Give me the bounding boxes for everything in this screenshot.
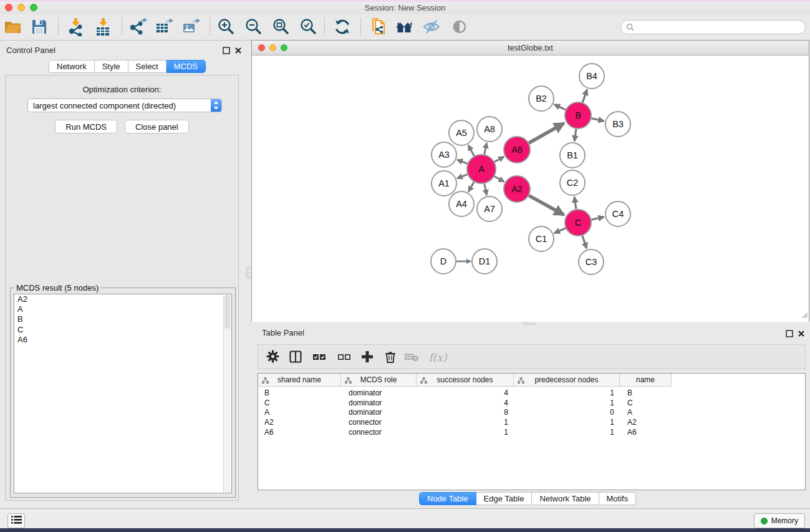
table-cell[interactable]: 1: [514, 399, 620, 409]
table-cell[interactable]: dominator: [341, 399, 417, 409]
tab-select[interactable]: Select: [128, 60, 166, 73]
graph-node-C[interactable]: C: [565, 210, 591, 236]
graph-edge-A2-C[interactable]: [529, 196, 564, 215]
result-scrollbar[interactable]: [223, 295, 231, 492]
result-scrollbar-thumb[interactable]: [224, 295, 230, 329]
criterion-dropdown[interactable]: largest connected component (directed): [27, 99, 222, 112]
column-header-successor-nodes[interactable]: successor nodes: [417, 374, 514, 387]
float-table-panel-icon[interactable]: [786, 329, 793, 336]
graph-edge-A-A8[interactable]: [485, 143, 487, 154]
graph-node-B[interactable]: B: [565, 102, 591, 128]
graph-node-A4[interactable]: A4: [449, 191, 474, 216]
graph-node-B2[interactable]: B2: [529, 86, 554, 111]
table-settings-button[interactable]: [264, 349, 281, 366]
open-file-button[interactable]: [2, 16, 24, 39]
close-table-panel-icon[interactable]: [798, 329, 805, 336]
table-cell[interactable]: A6: [258, 428, 341, 438]
zoom-selected-button[interactable]: [297, 16, 319, 39]
delete-table-button[interactable]: [403, 349, 420, 366]
graph-edge-C-C4[interactable]: [591, 217, 604, 220]
new-network-from-selection-button[interactable]: [367, 16, 390, 39]
table-cell[interactable]: A6: [620, 428, 672, 438]
graph-node-A1[interactable]: A1: [432, 171, 456, 196]
graph-edge-A-A4[interactable]: [468, 182, 474, 191]
graph-node-D1[interactable]: D1: [472, 249, 497, 274]
delete-row-button[interactable]: [382, 349, 399, 366]
table-cell[interactable]: C: [258, 399, 341, 409]
select-all-button[interactable]: [311, 349, 328, 366]
graph-edge-B-B3[interactable]: [591, 118, 604, 121]
import-network-button[interactable]: [64, 16, 87, 39]
memory-button[interactable]: Memory: [754, 513, 805, 528]
table-cell[interactable]: 1: [417, 428, 514, 438]
graph-node-C3[interactable]: C3: [579, 249, 604, 274]
graph-edge-A-A5[interactable]: [468, 145, 474, 156]
run-mcds-button[interactable]: Run MCDS: [55, 120, 117, 133]
show-all-button[interactable]: [448, 16, 471, 39]
deselect-all-button[interactable]: [335, 349, 353, 366]
graph-edge-C-C1[interactable]: [554, 228, 566, 233]
export-table-button[interactable]: [153, 16, 175, 39]
table-cell[interactable]: 1: [417, 418, 514, 428]
graph-edge-B-B2[interactable]: [554, 105, 566, 110]
table-cell[interactable]: 0: [514, 408, 620, 418]
tab-edge-table[interactable]: Edge Table: [476, 492, 533, 505]
tab-network-table[interactable]: Network Table: [532, 492, 599, 505]
table-cell[interactable]: 8: [417, 408, 514, 418]
graph-node-B4[interactable]: B4: [579, 64, 604, 89]
export-image-button[interactable]: [180, 16, 202, 39]
table-cell[interactable]: 4: [417, 389, 514, 399]
mcds-result-item[interactable]: A2: [14, 294, 231, 304]
table-cell[interactable]: A: [620, 408, 672, 418]
table-cell[interactable]: A: [258, 408, 341, 418]
graph-node-C1[interactable]: C1: [529, 226, 554, 251]
table-cell[interactable]: connector: [341, 418, 417, 428]
save-session-button[interactable]: [28, 16, 51, 39]
table-cell[interactable]: 1: [514, 389, 620, 399]
node-table[interactable]: shared nameMCDS rolesuccessor nodesprede…: [258, 373, 806, 490]
table-cell[interactable]: A2: [258, 418, 341, 428]
graph-node-A5[interactable]: A5: [449, 120, 474, 145]
table-cell[interactable]: A2: [620, 418, 672, 428]
graph-node-C4[interactable]: C4: [605, 201, 630, 226]
zoom-in-button[interactable]: [215, 16, 237, 39]
table-cell[interactable]: connector: [341, 428, 417, 438]
graph-edge-C-C3[interactable]: [582, 236, 587, 248]
table-cell[interactable]: B: [620, 389, 672, 399]
table-cell[interactable]: B: [258, 389, 341, 399]
resize-grip-icon[interactable]: [801, 310, 808, 321]
graph-edge-B-B4[interactable]: [582, 90, 587, 103]
tab-motifs[interactable]: Motifs: [599, 492, 637, 505]
graph-node-A3[interactable]: A3: [432, 142, 456, 167]
column-header-MCDS-role[interactable]: MCDS role: [341, 374, 417, 387]
mcds-result-item[interactable]: B: [14, 314, 231, 324]
zoom-fit-button[interactable]: [269, 16, 292, 39]
tab-style[interactable]: Style: [95, 60, 128, 73]
function-builder-button[interactable]: f(x): [425, 349, 450, 366]
graph-node-A6[interactable]: A6: [504, 137, 530, 163]
network-canvas[interactable]: B4B2BB3A5A8A6A3B1AA1C2A2A4A7C4CC1C3DD1: [252, 56, 809, 322]
mcds-result-list[interactable]: A2ABCA6: [14, 294, 232, 493]
graph-edge-A6-B[interactable]: [529, 123, 564, 143]
mcds-result-item[interactable]: C: [14, 325, 231, 335]
close-panel-icon[interactable]: [234, 46, 242, 53]
graph-node-A2[interactable]: A2: [504, 176, 530, 202]
show-panel-list-button[interactable]: [7, 513, 25, 528]
table-cell[interactable]: dominator: [341, 389, 417, 399]
network-graph[interactable]: B4B2BB3A5A8A6A3B1AA1C2A2A4A7C4CC1C3DD1: [252, 56, 809, 322]
column-header-name[interactable]: name: [620, 374, 672, 387]
mcds-result-item[interactable]: A: [14, 304, 231, 314]
network-window-titlebar[interactable]: testGlobe.txt: [252, 41, 809, 56]
table-cell[interactable]: 1: [514, 418, 620, 428]
close-mcds-panel-button[interactable]: Close panel: [125, 120, 189, 133]
zoom-out-button[interactable]: [242, 16, 264, 39]
graph-edge-A-A7[interactable]: [485, 184, 487, 195]
table-cell[interactable]: 1: [514, 428, 620, 438]
search-input[interactable]: [637, 22, 805, 32]
graph-node-B3[interactable]: B3: [605, 112, 630, 137]
graph-edge-C-C2[interactable]: [574, 197, 576, 210]
refresh-button[interactable]: [331, 16, 354, 39]
import-table-button[interactable]: [92, 16, 114, 39]
graph-node-A7[interactable]: A7: [477, 196, 502, 221]
float-panel-icon[interactable]: [223, 46, 230, 53]
